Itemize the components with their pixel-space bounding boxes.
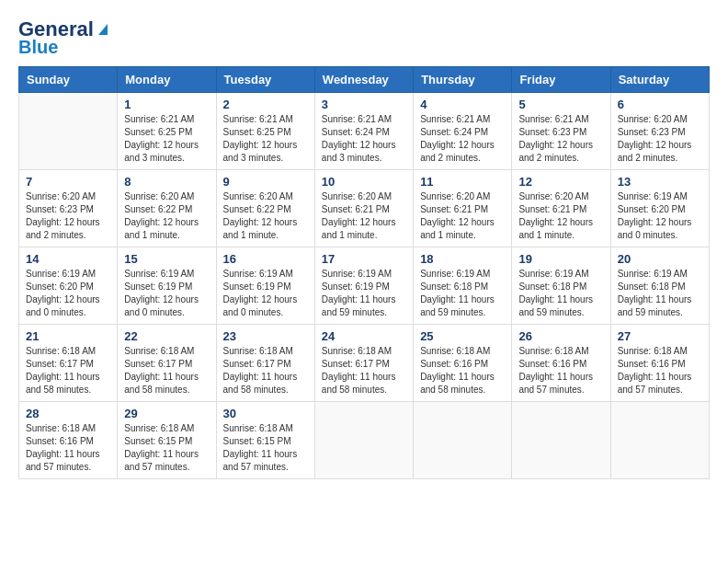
header-day-saturday: Saturday: [610, 67, 709, 93]
header-day-thursday: Thursday: [414, 67, 512, 93]
calendar-cell: 1Sunrise: 6:21 AM Sunset: 6:25 PM Daylig…: [118, 93, 216, 170]
day-number: 8: [124, 175, 209, 189]
day-info: Sunrise: 6:21 AM Sunset: 6:25 PM Dayligh…: [124, 113, 209, 165]
page-header: General Blue: [18, 18, 710, 57]
day-info: Sunrise: 6:20 AM Sunset: 6:21 PM Dayligh…: [322, 190, 406, 242]
day-number: 27: [618, 329, 702, 343]
calendar-cell: 4Sunrise: 6:21 AM Sunset: 6:24 PM Daylig…: [414, 93, 512, 170]
day-info: Sunrise: 6:21 AM Sunset: 6:24 PM Dayligh…: [420, 113, 505, 165]
logo-blue: Blue: [18, 37, 58, 57]
day-number: 4: [420, 98, 505, 111]
header-day-monday: Monday: [118, 67, 216, 93]
calendar-cell: 23Sunrise: 6:18 AM Sunset: 6:17 PM Dayli…: [216, 325, 314, 402]
calendar-cell: 14Sunrise: 6:19 AM Sunset: 6:20 PM Dayli…: [19, 247, 118, 325]
calendar-cell: 25Sunrise: 6:18 AM Sunset: 6:16 PM Dayli…: [414, 325, 512, 402]
day-number: 13: [618, 175, 702, 189]
calendar-cell: 6Sunrise: 6:20 AM Sunset: 6:23 PM Daylig…: [610, 93, 709, 170]
day-info: Sunrise: 6:18 AM Sunset: 6:17 PM Dayligh…: [322, 345, 406, 396]
day-number: 29: [124, 407, 209, 420]
calendar-cell: 15Sunrise: 6:19 AM Sunset: 6:19 PM Dayli…: [118, 247, 216, 325]
day-info: Sunrise: 6:18 AM Sunset: 6:16 PM Dayligh…: [26, 422, 110, 474]
calendar-cell: 18Sunrise: 6:19 AM Sunset: 6:18 PM Dayli…: [414, 247, 512, 325]
calendar-cell: [414, 402, 512, 479]
calendar-header: SundayMondayTuesdayWednesdayThursdayFrid…: [19, 67, 710, 93]
calendar-cell: 13Sunrise: 6:19 AM Sunset: 6:20 PM Dayli…: [610, 170, 709, 247]
day-number: 18: [420, 252, 505, 266]
day-info: Sunrise: 6:18 AM Sunset: 6:17 PM Dayligh…: [124, 345, 209, 396]
calendar-cell: 17Sunrise: 6:19 AM Sunset: 6:19 PM Dayli…: [314, 247, 413, 325]
calendar-table: SundayMondayTuesdayWednesdayThursdayFrid…: [18, 66, 710, 479]
day-number: 21: [26, 329, 110, 343]
day-number: 15: [124, 252, 209, 266]
day-info: Sunrise: 6:18 AM Sunset: 6:15 PM Dayligh…: [124, 422, 209, 474]
calendar-cell: 12Sunrise: 6:20 AM Sunset: 6:21 PM Dayli…: [512, 170, 610, 247]
week-row-3: 14Sunrise: 6:19 AM Sunset: 6:20 PM Dayli…: [19, 247, 710, 325]
day-number: 20: [618, 252, 702, 266]
calendar-cell: 21Sunrise: 6:18 AM Sunset: 6:17 PM Dayli…: [19, 325, 118, 402]
day-number: 26: [518, 329, 603, 343]
day-info: Sunrise: 6:18 AM Sunset: 6:15 PM Dayligh…: [223, 422, 308, 474]
svg-marker-0: [98, 24, 108, 35]
day-number: 9: [223, 175, 308, 189]
day-info: Sunrise: 6:19 AM Sunset: 6:20 PM Dayligh…: [618, 190, 702, 242]
day-number: 5: [518, 98, 603, 111]
week-row-2: 7Sunrise: 6:20 AM Sunset: 6:23 PM Daylig…: [19, 170, 710, 247]
week-row-5: 28Sunrise: 6:18 AM Sunset: 6:16 PM Dayli…: [19, 402, 710, 479]
day-info: Sunrise: 6:21 AM Sunset: 6:25 PM Dayligh…: [223, 113, 308, 165]
day-number: 16: [223, 252, 308, 266]
header-row: SundayMondayTuesdayWednesdayThursdayFrid…: [19, 67, 710, 93]
day-info: Sunrise: 6:21 AM Sunset: 6:23 PM Dayligh…: [518, 113, 603, 165]
day-info: Sunrise: 6:20 AM Sunset: 6:22 PM Dayligh…: [223, 190, 308, 242]
header-day-tuesday: Tuesday: [216, 67, 314, 93]
calendar-cell: 8Sunrise: 6:20 AM Sunset: 6:22 PM Daylig…: [118, 170, 216, 247]
day-info: Sunrise: 6:18 AM Sunset: 6:16 PM Dayligh…: [420, 345, 505, 396]
calendar-cell: 9Sunrise: 6:20 AM Sunset: 6:22 PM Daylig…: [216, 170, 314, 247]
day-number: 12: [518, 175, 603, 189]
calendar-cell: 7Sunrise: 6:20 AM Sunset: 6:23 PM Daylig…: [19, 170, 118, 247]
week-row-4: 21Sunrise: 6:18 AM Sunset: 6:17 PM Dayli…: [19, 325, 710, 402]
calendar-cell: 29Sunrise: 6:18 AM Sunset: 6:15 PM Dayli…: [118, 402, 216, 479]
day-info: Sunrise: 6:20 AM Sunset: 6:21 PM Dayligh…: [518, 190, 603, 242]
calendar-cell: 20Sunrise: 6:19 AM Sunset: 6:18 PM Dayli…: [610, 247, 709, 325]
day-number: 23: [223, 329, 308, 343]
day-number: 3: [322, 98, 406, 111]
logo: General Blue: [18, 18, 111, 57]
day-info: Sunrise: 6:18 AM Sunset: 6:17 PM Dayligh…: [223, 345, 308, 396]
week-row-1: 1Sunrise: 6:21 AM Sunset: 6:25 PM Daylig…: [19, 93, 710, 170]
day-info: Sunrise: 6:19 AM Sunset: 6:18 PM Dayligh…: [618, 268, 702, 319]
day-info: Sunrise: 6:19 AM Sunset: 6:19 PM Dayligh…: [124, 268, 209, 319]
day-number: 17: [322, 252, 406, 266]
day-number: 6: [618, 98, 702, 111]
calendar-cell: 3Sunrise: 6:21 AM Sunset: 6:24 PM Daylig…: [314, 93, 413, 170]
calendar-cell: 2Sunrise: 6:21 AM Sunset: 6:25 PM Daylig…: [216, 93, 314, 170]
day-number: 11: [420, 175, 505, 189]
day-info: Sunrise: 6:20 AM Sunset: 6:22 PM Dayligh…: [124, 190, 209, 242]
day-info: Sunrise: 6:21 AM Sunset: 6:24 PM Dayligh…: [322, 113, 406, 165]
calendar-cell: 27Sunrise: 6:18 AM Sunset: 6:16 PM Dayli…: [610, 325, 709, 402]
day-number: 2: [223, 98, 308, 111]
day-number: 1: [124, 98, 209, 111]
calendar-cell: 30Sunrise: 6:18 AM Sunset: 6:15 PM Dayli…: [216, 402, 314, 479]
day-number: 14: [26, 252, 110, 266]
day-info: Sunrise: 6:19 AM Sunset: 6:19 PM Dayligh…: [223, 268, 308, 319]
day-number: 30: [223, 407, 308, 420]
calendar-cell: 11Sunrise: 6:20 AM Sunset: 6:21 PM Dayli…: [414, 170, 512, 247]
calendar-cell: 16Sunrise: 6:19 AM Sunset: 6:19 PM Dayli…: [216, 247, 314, 325]
header-day-friday: Friday: [512, 67, 610, 93]
day-info: Sunrise: 6:18 AM Sunset: 6:16 PM Dayligh…: [618, 345, 702, 396]
day-number: 19: [518, 252, 603, 266]
day-info: Sunrise: 6:19 AM Sunset: 6:19 PM Dayligh…: [322, 268, 406, 319]
header-day-wednesday: Wednesday: [314, 67, 413, 93]
day-info: Sunrise: 6:19 AM Sunset: 6:18 PM Dayligh…: [518, 268, 603, 319]
calendar-cell: 24Sunrise: 6:18 AM Sunset: 6:17 PM Dayli…: [314, 325, 413, 402]
calendar-cell: [314, 402, 413, 479]
day-info: Sunrise: 6:18 AM Sunset: 6:16 PM Dayligh…: [518, 345, 603, 396]
header-day-sunday: Sunday: [19, 67, 118, 93]
calendar-body: 1Sunrise: 6:21 AM Sunset: 6:25 PM Daylig…: [19, 93, 710, 479]
calendar-cell: 19Sunrise: 6:19 AM Sunset: 6:18 PM Dayli…: [512, 247, 610, 325]
day-number: 22: [124, 329, 209, 343]
calendar-cell: [610, 402, 709, 479]
day-number: 7: [26, 175, 110, 189]
day-info: Sunrise: 6:19 AM Sunset: 6:20 PM Dayligh…: [26, 268, 110, 319]
calendar-cell: [512, 402, 610, 479]
